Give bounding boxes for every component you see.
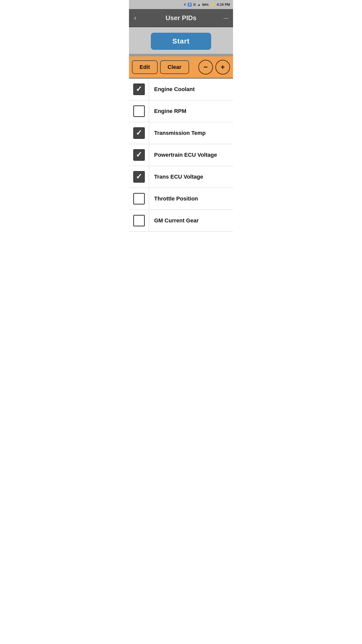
charging-icon: ⚡ [210, 2, 215, 7]
pid-label-4: Powertrain ECU Voltage [149, 152, 222, 158]
battery-indicator: 98% [202, 3, 209, 7]
checkbox-2[interactable] [133, 105, 145, 117]
checkmark-icon-3: ✓ [136, 129, 142, 137]
list-item: GM Current Gear [129, 210, 233, 232]
status-time: 4:10 PM [217, 3, 230, 7]
menu-button[interactable]: — [218, 15, 228, 21]
checkbox-3[interactable]: ✓ [133, 127, 145, 139]
checkbox-area-3[interactable]: ✓ [129, 122, 149, 144]
pid-label-2: Engine RPM [149, 108, 191, 114]
start-area: Start [129, 27, 233, 54]
checkbox-area-4[interactable]: ✓ [129, 144, 149, 166]
list-item: ✓Powertrain ECU Voltage [129, 144, 233, 166]
minus-button[interactable]: − [198, 60, 213, 74]
clear-button[interactable]: Clear [160, 60, 189, 74]
checkbox-area-6[interactable] [129, 188, 149, 210]
list-item: ✓Transmission Temp [129, 122, 233, 144]
checkbox-4[interactable]: ✓ [133, 149, 145, 161]
checkbox-5[interactable]: ✓ [133, 171, 145, 183]
header: ‹ User PIDs — [129, 9, 233, 27]
checkmark-icon-4: ✓ [136, 151, 142, 158]
list-item: ✓Trans ECU Voltage [129, 166, 233, 188]
pid-label-3: Transmission Temp [149, 130, 211, 136]
list-item: Throttle Position [129, 188, 233, 210]
empty-area [129, 232, 233, 277]
signal-icon: ▲ [197, 3, 201, 7]
checkbox-area-7[interactable] [129, 210, 149, 231]
checkbox-1[interactable]: ✓ [133, 84, 145, 95]
page-title: User PIDs [144, 14, 218, 22]
checkmark-icon-1: ✓ [136, 85, 142, 93]
back-button[interactable]: ‹ [134, 14, 144, 22]
pid-label-7: GM Current Gear [149, 217, 204, 224]
divider [129, 54, 233, 56]
alarm-icon: ♿ [188, 3, 192, 7]
checkmark-icon-5: ✓ [136, 173, 142, 180]
toolbar: Edit Clear − + [129, 56, 233, 78]
pid-label-6: Throttle Position [149, 195, 203, 202]
checkbox-area-5[interactable]: ✓ [129, 166, 149, 188]
pid-list: ✓Engine CoolantEngine RPM✓Transmission T… [129, 78, 233, 232]
bluetooth-icon: ✗ [184, 3, 186, 7]
plus-button[interactable]: + [215, 60, 230, 74]
start-button[interactable]: Start [151, 33, 211, 50]
list-item: Engine RPM [129, 100, 233, 122]
checkbox-area-1[interactable]: ✓ [129, 78, 149, 100]
checkbox-area-2[interactable] [129, 100, 149, 122]
list-item: ✓Engine Coolant [129, 78, 233, 100]
pid-label-5: Trans ECU Voltage [149, 174, 208, 180]
status-bar: ✗ ♿ ⌘ ▲ 98% ⚡ 4:10 PM [129, 0, 233, 9]
wifi-icon: ⌘ [193, 3, 196, 7]
checkbox-7[interactable] [133, 215, 145, 226]
edit-button[interactable]: Edit [132, 60, 158, 74]
status-icons: ✗ ♿ ⌘ ▲ [184, 3, 201, 7]
checkbox-6[interactable] [133, 193, 145, 205]
pid-label-1: Engine Coolant [149, 86, 200, 93]
